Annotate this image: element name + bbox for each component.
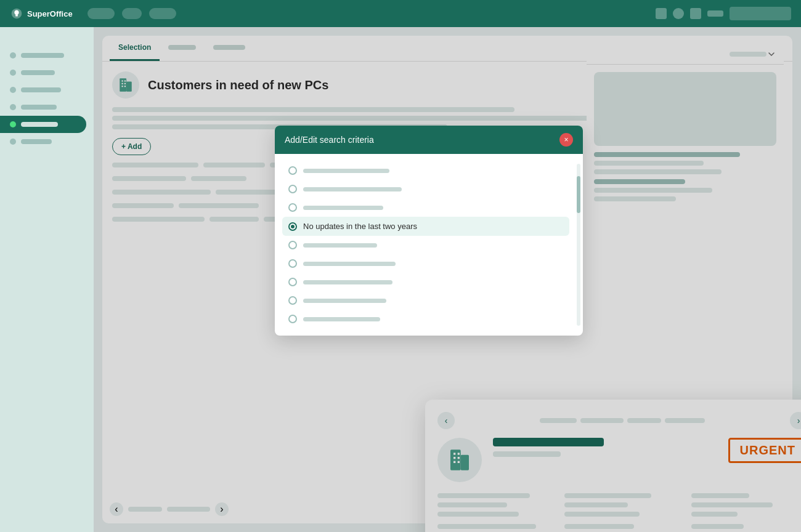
modal-item-bar	[303, 243, 377, 248]
modal-selected-label: No updates in the last two years	[303, 222, 417, 231]
modal-body: No updates in the last two years	[275, 154, 583, 336]
sidebar	[0, 27, 94, 532]
nav-icon-1[interactable]	[656, 8, 667, 19]
sidebar-item-companies[interactable]	[0, 47, 94, 64]
sidebar-dot	[10, 139, 16, 145]
modal-list-item[interactable]	[282, 180, 569, 198]
modal-list-item[interactable]	[282, 310, 569, 328]
sidebar-label-reports	[21, 139, 52, 144]
modal-radio	[288, 241, 297, 249]
sidebar-dot	[10, 70, 16, 76]
modal-radio	[288, 259, 297, 268]
sidebar-label-activities	[21, 87, 61, 92]
modal-radio	[288, 203, 297, 212]
content-area: Selection	[94, 27, 801, 532]
modal-list: No updates in the last two years	[275, 161, 577, 328]
modal-scrollbar[interactable]	[577, 164, 580, 326]
modal-item-bar	[303, 299, 386, 303]
superoffice-logo-icon	[10, 7, 23, 20]
sidebar-dot-active	[10, 121, 16, 127]
modal-item-bar	[303, 317, 380, 321]
sidebar-label-companies	[21, 53, 64, 58]
modal-radio-checked	[288, 222, 297, 231]
modal-list-item[interactable]	[282, 236, 569, 254]
sidebar-label-projects	[21, 105, 57, 110]
modal-list-item[interactable]	[282, 161, 569, 180]
main-layout: Selection	[0, 27, 801, 532]
sidebar-dot	[10, 87, 16, 93]
modal-item-bar	[303, 280, 392, 284]
modal-item-bar	[303, 187, 402, 191]
nav-pill-1[interactable]	[87, 8, 115, 19]
logo: SuperOffice	[10, 7, 73, 20]
modal-item-bar	[303, 262, 396, 266]
modal-scrollbar-thumb	[577, 176, 580, 213]
sidebar-label-selection	[21, 122, 58, 127]
modal: Add/Edit search criteria ×	[275, 126, 583, 336]
modal-radio	[288, 278, 297, 286]
modal-close-button[interactable]: ×	[559, 133, 573, 147]
sidebar-dot	[10, 104, 16, 110]
nav-pill-3[interactable]	[149, 8, 176, 19]
logo-text: SuperOffice	[27, 9, 73, 18]
nav-icon-2[interactable]	[673, 8, 684, 19]
modal-list-item-selected[interactable]: No updates in the last two years	[282, 217, 569, 236]
modal-list-item[interactable]	[282, 198, 569, 217]
modal-list-item[interactable]	[282, 291, 569, 310]
nav-search-input[interactable]	[730, 7, 791, 20]
close-icon: ×	[564, 135, 568, 144]
sidebar-label-contacts	[21, 70, 55, 75]
nav-right-icons	[656, 7, 791, 20]
modal-radio	[288, 185, 297, 193]
modal-radio	[288, 296, 297, 305]
sidebar-item-projects[interactable]	[0, 99, 94, 116]
nav-pill-2[interactable]	[122, 8, 142, 19]
modal-header: Add/Edit search criteria ×	[275, 126, 583, 154]
sidebar-dot	[10, 52, 16, 58]
sidebar-item-activities[interactable]	[0, 81, 94, 99]
modal-overlay: Add/Edit search criteria ×	[94, 27, 801, 532]
modal-list-item[interactable]	[282, 254, 569, 273]
sidebar-item-contacts[interactable]	[0, 64, 94, 81]
modal-item-bar	[303, 206, 383, 210]
sidebar-item-reports[interactable]	[0, 133, 94, 150]
modal-list-item[interactable]	[282, 273, 569, 291]
top-navbar: SuperOffice	[0, 0, 801, 27]
sidebar-item-selection[interactable]	[0, 116, 86, 133]
modal-item-bar	[303, 169, 389, 173]
modal-radio	[288, 315, 297, 323]
modal-title: Add/Edit search criteria	[285, 135, 374, 145]
nav-icon-3[interactable]	[690, 8, 701, 19]
modal-radio	[288, 166, 297, 175]
nav-icon-4[interactable]	[707, 10, 723, 17]
